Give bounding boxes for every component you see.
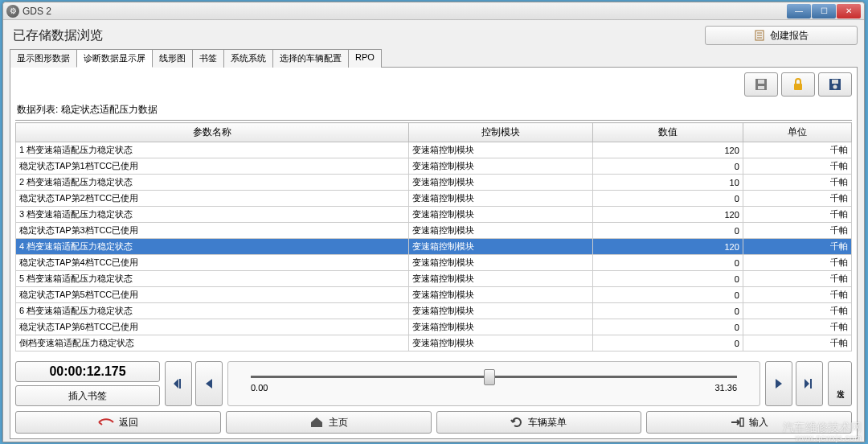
cell-unit: 千帕	[743, 271, 851, 287]
table-row[interactable]: 稳定状态TAP第1档TCC已使用变速箱控制模块0千帕	[16, 158, 852, 175]
slider-thumb[interactable]	[484, 369, 495, 385]
svg-rect-5	[758, 80, 764, 84]
cell-unit: 千帕	[743, 319, 851, 335]
cell-unit: 千帕	[743, 158, 851, 175]
table-row[interactable]: 1 档变速箱适配压力稳定状态变速箱控制模块120千帕	[16, 142, 852, 158]
cell-unit: 千帕	[743, 287, 851, 303]
cell-param: 稳定状态TAP第3档TCC已使用	[16, 223, 409, 239]
cell-unit: 千帕	[743, 207, 851, 223]
save-button[interactable]	[818, 72, 852, 97]
cell-param: 倒档变速箱适配压力稳定状态	[16, 335, 409, 352]
table-row[interactable]: 稳定状态TAP第2档TCC已使用变速箱控制模块0千帕	[16, 191, 852, 207]
cell-module: 变速箱控制模块	[408, 207, 592, 223]
cell-param: 6 档变速箱适配压力稳定状态	[16, 303, 409, 319]
cell-module: 变速箱控制模块	[408, 303, 592, 319]
svg-rect-9	[832, 80, 838, 84]
cell-param: 4 档变速箱适配压力稳定状态	[16, 239, 409, 255]
vehicle-menu-label: 车辆菜单	[528, 416, 567, 430]
table-row[interactable]: 3 档变速箱适配压力稳定状态变速箱控制模块120千帕	[16, 207, 852, 223]
cell-value: 0	[592, 271, 743, 287]
cell-module: 变速箱控制模块	[408, 223, 592, 239]
table-row[interactable]: 稳定状态TAP第4档TCC已使用变速箱控制模块0千帕	[16, 255, 852, 271]
table-row[interactable]: 稳定状态TAP第6档TCC已使用变速箱控制模块0千帕	[16, 319, 852, 335]
refresh-icon	[510, 416, 523, 429]
content-panel: 数据列表: 稳定状态适配压力数据 参数名称 控制模块 数值 单位 1 档变速箱适…	[10, 68, 858, 439]
cell-value: 0	[592, 335, 743, 352]
playback-time: 00:00:12.175	[15, 361, 160, 382]
app-icon: ⚙	[6, 5, 19, 18]
table-row[interactable]: 4 档变速箱适配压力稳定状态变速箱控制模块120千帕	[16, 239, 852, 255]
tab-2[interactable]: 线形图	[152, 49, 193, 68]
cell-module: 变速箱控制模块	[408, 319, 592, 335]
cell-value: 0	[592, 158, 743, 175]
cell-unit: 千帕	[743, 223, 851, 239]
tab-6[interactable]: RPO	[348, 49, 382, 68]
step-back-far-button[interactable]	[165, 361, 192, 406]
window-controls: — ☐ ✕	[786, 4, 861, 18]
cell-param: 稳定状态TAP第4档TCC已使用	[16, 255, 409, 271]
back-label: 返回	[119, 416, 138, 430]
step-back-far-icon	[172, 377, 185, 390]
cell-value: 120	[592, 142, 743, 158]
home-label: 主页	[329, 416, 348, 430]
cell-param: 5 档变速箱适配压力稳定状态	[16, 271, 409, 287]
cell-param: 3 档变速箱适配压力稳定状态	[16, 207, 409, 223]
table-row[interactable]: 稳定状态TAP第3档TCC已使用变速箱控制模块0千帕	[16, 223, 852, 239]
cell-unit: 千帕	[743, 191, 851, 207]
minimize-button[interactable]: —	[787, 4, 811, 18]
cell-module: 变速箱控制模块	[408, 158, 592, 175]
tab-bar: 显示图形数据诊断数据显示屏线形图书签系统系统选择的车辆配置RPO	[10, 48, 858, 68]
svg-rect-13	[740, 418, 743, 426]
maximize-button[interactable]: ☐	[812, 4, 836, 18]
svg-rect-6	[758, 86, 764, 89]
tab-5[interactable]: 选择的车辆配置	[272, 49, 349, 68]
window-title: GDS 2	[23, 6, 786, 17]
cell-value: 120	[592, 207, 743, 223]
tab-1[interactable]: 诊断数据显示屏	[76, 49, 153, 68]
lock-icon	[791, 77, 805, 92]
cell-param: 稳定状态TAP第1档TCC已使用	[16, 158, 409, 175]
svg-rect-7	[794, 84, 802, 90]
tab-0[interactable]: 显示图形数据	[10, 49, 77, 68]
home-icon	[309, 417, 324, 428]
header-value[interactable]: 数值	[592, 123, 743, 142]
floppy-icon	[828, 77, 842, 92]
table-row[interactable]: 6 档变速箱适配压力稳定状态变速箱控制模块0千帕	[16, 303, 852, 319]
send-button[interactable]: 发送	[828, 361, 852, 406]
watermark-main: 汽车维修技术网	[783, 421, 862, 434]
home-button[interactable]: 主页	[226, 411, 432, 434]
tab-3[interactable]: 书签	[192, 49, 224, 68]
playback-slider[interactable]: 0.00 31.36	[227, 361, 760, 406]
slider-track	[251, 376, 737, 378]
cell-value: 0	[592, 319, 743, 335]
table-row[interactable]: 2 档变速箱适配压力稳定状态变速箱控制模块10千帕	[16, 175, 852, 191]
disk-button[interactable]	[744, 72, 778, 97]
lock-button[interactable]	[781, 72, 815, 97]
titlebar[interactable]: ⚙ GDS 2 — ☐ ✕	[3, 2, 864, 20]
insert-bookmark-button[interactable]: 插入书签	[15, 385, 160, 406]
create-report-button[interactable]: 创建报告	[705, 26, 858, 45]
cell-unit: 千帕	[743, 175, 851, 191]
vehicle-menu-button[interactable]: 车辆菜单	[436, 411, 642, 434]
close-button[interactable]: ✕	[837, 4, 861, 18]
table-row[interactable]: 倒档变速箱适配压力稳定状态变速箱控制模块0千帕	[16, 335, 852, 352]
step-forward-far-button[interactable]	[796, 361, 823, 406]
header-module[interactable]: 控制模块	[408, 123, 592, 142]
header-unit[interactable]: 单位	[743, 123, 851, 142]
header-param[interactable]: 参数名称	[16, 123, 409, 142]
table-row[interactable]: 5 档变速箱适配压力稳定状态变速箱控制模块0千帕	[16, 271, 852, 287]
step-back-button[interactable]	[195, 361, 223, 406]
cell-param: 2 档变速箱适配压力稳定状态	[16, 175, 409, 191]
table-row[interactable]: 稳定状态TAP第5档TCC已使用变速箱控制模块0千帕	[16, 287, 852, 303]
cell-value: 0	[592, 191, 743, 207]
app-window: ⚙ GDS 2 — ☐ ✕ 已存储数据浏览 创建报告 显示图形数据诊断数据显示屏…	[2, 2, 865, 442]
cell-param: 稳定状态TAP第2档TCC已使用	[16, 191, 409, 207]
play-button[interactable]	[765, 361, 792, 406]
bottom-nav: 返回 主页 车辆菜单 输入	[15, 411, 852, 434]
cell-module: 变速箱控制模块	[408, 191, 592, 207]
svg-point-10	[833, 85, 837, 89]
tab-4[interactable]: 系统系统	[223, 49, 273, 68]
cell-module: 变速箱控制模块	[408, 255, 592, 271]
back-button[interactable]: 返回	[15, 411, 221, 434]
cell-unit: 千帕	[743, 335, 851, 352]
